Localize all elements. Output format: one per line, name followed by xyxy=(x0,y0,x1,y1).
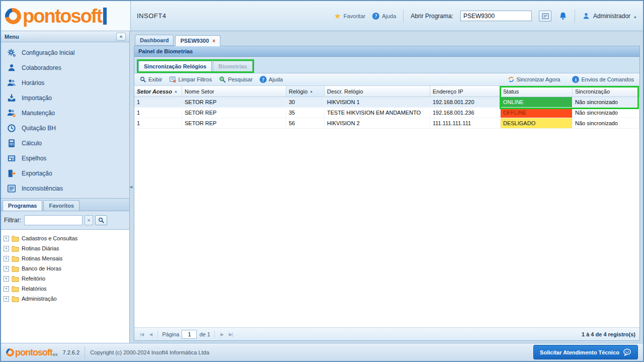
filter-panel: Filtrar: xyxy=(1,211,129,230)
column-label: Endereço IP xyxy=(433,88,463,95)
logo-zone: ponto soft xyxy=(1,1,131,31)
exibir-button[interactable]: Exibir xyxy=(137,75,166,84)
people-gear-icon xyxy=(7,108,17,118)
table-row[interactable]: 1 SETOR REP 56 HIKVISION 2 111.111.111.1… xyxy=(134,118,639,129)
column-header-status[interactable]: Status xyxy=(501,86,573,97)
chevron-down-icon xyxy=(633,12,637,21)
clear-filter-icon[interactable] xyxy=(85,215,93,225)
sidebar-item-quitacao-bh[interactable]: Quitação BH xyxy=(1,121,129,136)
support-label: Solicitar Atendimento Técnico xyxy=(540,349,619,355)
user-menu[interactable]: Administrador xyxy=(582,12,637,21)
footer-logo: ponto soft ex xyxy=(6,348,58,357)
sidebar-item-calculo[interactable]: Cálculo xyxy=(1,136,129,151)
tab-programas[interactable]: Programas xyxy=(3,200,42,211)
tab-favoritos[interactable]: Favoritos xyxy=(43,200,79,211)
cell-nome-setor: SETOR REP xyxy=(182,108,286,118)
filter-search-button[interactable] xyxy=(95,215,107,225)
tree-item-relatorios[interactable]: Relatórios xyxy=(4,284,127,294)
toolbar-ajuda-button[interactable]: ? Ajuda xyxy=(257,75,286,84)
expand-icon[interactable] xyxy=(4,296,9,302)
sidebar-item-exportacao[interactable]: Exportação xyxy=(1,166,129,181)
sincronizar-agora-button[interactable]: Sincronizar Agora xyxy=(505,75,564,84)
pesquisar-button[interactable]: Pesquisar xyxy=(216,75,256,84)
column-header-endereco-ip[interactable]: Endereço IP xyxy=(430,86,501,97)
subtab-sincronizacao-relogios[interactable]: Sincronização Relógios xyxy=(138,61,212,71)
folder-icon xyxy=(12,245,19,252)
envios-de-comandos-label: Envios de Comandos xyxy=(581,76,634,82)
tree-item-cadastros[interactable]: Cadastros e Consultas xyxy=(4,233,127,243)
help-button[interactable]: ? Ajuda xyxy=(372,13,396,20)
envios-de-comandos-button[interactable]: i Envios de Comandos xyxy=(569,75,637,84)
pager-separator xyxy=(157,330,158,338)
sidebar-item-label: Quitação BH xyxy=(22,125,56,132)
panel-title: Painel de Biometrias xyxy=(138,48,193,54)
expand-icon[interactable] xyxy=(4,276,9,282)
page-number-input[interactable] xyxy=(182,330,197,339)
program-list-button[interactable] xyxy=(539,11,551,22)
expand-icon[interactable] xyxy=(4,266,9,272)
grid-header-row: Setor Acesso Nome Setor Relógio Descr. R… xyxy=(134,86,639,97)
column-header-relogio[interactable]: Relógio xyxy=(286,86,325,97)
expand-icon[interactable] xyxy=(4,236,9,241)
subtab-bar: Sincronização Relógios Biometrias xyxy=(134,57,639,73)
search-globe-icon xyxy=(219,76,226,83)
table-row[interactable]: 1 SETOR REP 30 HIKVISION 1 192.168.001.2… xyxy=(134,97,639,108)
logo-swirl-icon xyxy=(5,346,16,357)
sidebar-item-horarios[interactable]: Horários xyxy=(1,75,129,90)
column-header-nome-setor[interactable]: Nome Setor xyxy=(182,86,286,97)
limpar-filtros-button[interactable]: Limpar Filtros xyxy=(167,75,215,84)
column-header-descr-relogio[interactable]: Descr. Relógio xyxy=(325,86,430,97)
exibir-label: Exibir xyxy=(148,76,163,82)
sidebar-item-espelhos[interactable]: Espelhos xyxy=(1,151,129,166)
open-program-input[interactable] xyxy=(460,11,532,21)
bell-icon xyxy=(558,12,568,21)
next-page-button[interactable] xyxy=(219,332,225,337)
notifications-button[interactable] xyxy=(558,12,568,21)
favorite-label: Favoritar xyxy=(344,13,365,19)
favorite-button[interactable]: Favoritar xyxy=(334,12,365,21)
previous-page-button[interactable] xyxy=(147,332,153,337)
cell-nome-setor: SETOR REP xyxy=(182,118,286,128)
column-header-setor-acesso[interactable]: Setor Acesso xyxy=(134,86,182,97)
close-tab-icon[interactable] xyxy=(212,38,215,44)
application-window: ponto soft INSOFT4 Favoritar ? Ajuda Abr… xyxy=(1,1,643,361)
sidebar-item-configuracao-inicial[interactable]: Configuração Inicial xyxy=(1,45,129,60)
first-page-button[interactable] xyxy=(138,332,145,337)
tab-label: PSEW9300 xyxy=(180,38,209,44)
cell-sincronizacao: Não sincronizado xyxy=(573,108,639,118)
help-icon: ? xyxy=(260,76,267,83)
tree-item-rotinas-diarias[interactable]: Rotinas Diárias xyxy=(4,243,127,253)
main-tab-bar: Dashboard PSEW9300 xyxy=(134,33,640,46)
tab-dashboard[interactable]: Dashboard xyxy=(135,35,174,46)
subtab-biometrias[interactable]: Biometrias xyxy=(213,61,253,71)
column-header-sincronizacao[interactable]: Sincronização xyxy=(573,86,639,97)
menu-list: Configuração Inicial Colaboradores Horár… xyxy=(1,42,129,198)
filter-input[interactable] xyxy=(24,215,83,225)
gears-icon xyxy=(7,48,17,58)
folder-icon xyxy=(12,276,19,282)
expand-icon[interactable] xyxy=(4,286,9,292)
tree-item-banco-de-horas[interactable]: Banco de Horas xyxy=(4,263,127,274)
support-button[interactable]: Solicitar Atendimento Técnico xyxy=(533,345,638,359)
tree-item-rotinas-mensais[interactable]: Rotinas Mensais xyxy=(4,253,127,263)
table-row[interactable]: 1 SETOR REP 35 TESTE HIKVISION EM ANDAME… xyxy=(134,108,639,118)
sidebar-item-label: Colaboradores xyxy=(22,64,61,71)
sidebar-item-label: Inconsistências xyxy=(22,185,63,192)
tab-psew9300[interactable]: PSEW9300 xyxy=(175,35,220,46)
tree-item-administracao[interactable]: Administração xyxy=(4,294,127,304)
collapse-menu-button[interactable] xyxy=(116,33,126,41)
logo-text-soft: soft xyxy=(71,7,102,26)
tree-item-refeitorio[interactable]: Refeitório xyxy=(4,274,127,284)
expand-icon[interactable] xyxy=(4,246,9,251)
cell-endereco-ip: 192.168.001.236 xyxy=(430,108,501,118)
logo-swirl-icon xyxy=(2,5,25,27)
sidebar-item-manutencao[interactable]: Manutenção xyxy=(1,106,129,121)
last-page-button[interactable] xyxy=(227,332,234,337)
help-icon: ? xyxy=(372,13,379,20)
sidebar-item-colaboradores[interactable]: Colaboradores xyxy=(1,60,129,75)
sidebar-item-importacao[interactable]: Importação xyxy=(1,90,129,106)
folder-icon xyxy=(12,296,19,302)
expand-icon[interactable] xyxy=(4,256,9,261)
sidebar-item-inconsistencias[interactable]: Inconsistências xyxy=(1,181,129,196)
app-name: INSOFT4 xyxy=(137,12,166,20)
